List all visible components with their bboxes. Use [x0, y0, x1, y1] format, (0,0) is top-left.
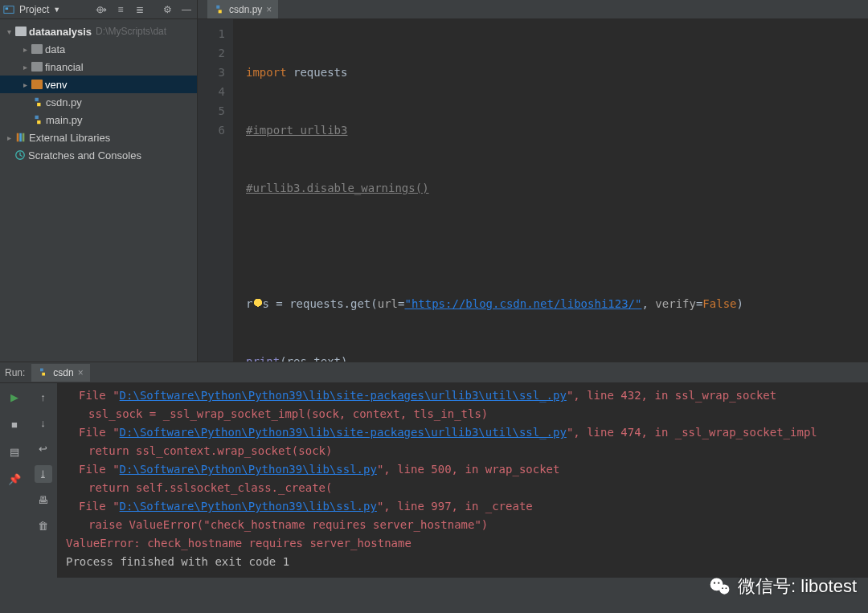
svg-point-9 [718, 582, 719, 583]
tree-item-data[interactable]: ▸ data [0, 40, 197, 58]
editor-area: csdn.py × 1 2 3 4 5 6 import requests #i… [198, 0, 868, 362]
tree-item-scratches[interactable]: Scratches and Consoles [0, 146, 197, 164]
line-number: 2 [198, 43, 225, 63]
project-tool-window: Project ▼ ⟴ ≡ ≣ ⚙ — ▾ dataanalysis D:\My… [0, 0, 198, 362]
svg-rect-1 [6, 7, 9, 10]
tree-item-venv[interactable]: ▸ venv [0, 76, 197, 93]
run-label: Run: [5, 367, 25, 378]
python-file-icon [32, 114, 43, 125]
editor-tabbar: csdn.py × [198, 0, 868, 19]
line-number: 6 [198, 121, 225, 140]
svg-point-11 [726, 587, 727, 589]
tree-item-financial[interactable]: ▸ financial [0, 58, 197, 76]
folder-icon [31, 62, 43, 72]
tab-label: csdn.py [229, 4, 262, 15]
run-tool-window: Run: csdn × ▶ ■ ▤ 📌 ↑ ↓ ↩ ⤓ 🖶 🗑 File "D:… [0, 362, 868, 578]
root-path: D:\MyScripts\dat [96, 26, 166, 37]
chevron-down-icon[interactable]: ▼ [53, 6, 60, 14]
code-body[interactable]: import requests #import urllib3 #urllib3… [233, 19, 868, 362]
root-name: dataanalysis [29, 26, 92, 38]
svg-point-10 [722, 587, 723, 589]
run-console[interactable]: File "D:\Software\Python\Python39\lib\si… [58, 383, 868, 578]
svg-point-7 [719, 584, 729, 594]
param: url [378, 294, 398, 313]
project-icon [3, 4, 14, 15]
watermark-label: 微信号: libotest [738, 574, 857, 599]
soft-wrap-icon[interactable]: ↩ [35, 439, 52, 457]
comment: #import urllib3 [246, 121, 347, 140]
locate-icon[interactable]: ⟴ [94, 2, 108, 17]
tree-label: csdn.py [46, 96, 82, 108]
scroll-end-icon[interactable]: ⤓ [35, 465, 52, 483]
url-string: "https://blog.csdn.net/liboshi123/" [404, 294, 641, 313]
stop-icon[interactable]: ■ [6, 415, 23, 433]
close-icon[interactable]: × [78, 367, 84, 378]
code-text: = [696, 294, 702, 313]
code-text: s = requests.get( [262, 294, 377, 313]
python-file-icon [214, 4, 225, 15]
chevron-right-icon[interactable]: ▸ [21, 63, 29, 72]
run-tab-label: csdn [53, 367, 73, 378]
code-text: , [641, 294, 655, 313]
run-nav-gutter: ↑ ↓ ↩ ⤓ 🖶 🗑 [29, 383, 58, 578]
tree-label: financial [45, 61, 84, 73]
code-editor[interactable]: 1 2 3 4 5 6 import requests #import urll… [198, 19, 868, 362]
line-number: 5 [198, 101, 225, 121]
kw-import: import [246, 63, 287, 82]
python-file-icon [32, 96, 43, 108]
chevron-right-icon[interactable]: ▸ [21, 45, 29, 54]
code-text: r [246, 294, 252, 313]
watermark: 微信号: libotest [709, 574, 857, 599]
code-text: ) [737, 294, 743, 313]
down-arrow-icon[interactable]: ↓ [35, 414, 52, 431]
code-text: = [398, 294, 404, 313]
line-number: 4 [198, 82, 225, 101]
tree-label: Scratches and Consoles [28, 149, 141, 161]
tree-item-csdn[interactable]: csdn.py [0, 93, 197, 111]
tree-item-main[interactable]: main.py [0, 111, 197, 129]
project-label[interactable]: Project [19, 4, 49, 15]
svg-point-8 [714, 582, 715, 583]
svg-rect-2 [17, 133, 19, 142]
kw-false: False [702, 294, 736, 313]
up-arrow-icon[interactable]: ↑ [35, 388, 52, 406]
param: verify [655, 294, 696, 313]
editor-tab-csdn[interactable]: csdn.py × [207, 0, 278, 18]
line-number: 3 [198, 63, 225, 82]
builtin-print: print [246, 352, 280, 362]
print-icon[interactable]: 🖶 [35, 491, 52, 509]
collapse-all-icon[interactable]: ≣ [133, 2, 147, 17]
layout-icon[interactable]: ▤ [6, 443, 23, 460]
run-tab-csdn[interactable]: csdn × [31, 364, 89, 382]
tree-label: main.py [46, 114, 83, 126]
chevron-down-icon[interactable]: ▾ [5, 27, 13, 36]
libraries-icon [15, 132, 27, 143]
line-gutter: 1 2 3 4 5 6 [198, 19, 233, 362]
chevron-right-icon[interactable]: ▸ [5, 133, 13, 142]
project-tree[interactable]: ▾ dataanalysis D:\MyScripts\dat ▸ data ▸… [0, 19, 197, 362]
pin-icon[interactable]: 📌 [6, 470, 23, 488]
comment: #urllib3.disable_warnings() [246, 178, 429, 198]
close-icon[interactable]: × [266, 4, 272, 15]
folder-icon [31, 80, 43, 89]
project-toolbar: Project ▼ ⟴ ≡ ≣ ⚙ — [0, 0, 197, 19]
scratches-icon [14, 149, 26, 161]
wechat-icon [709, 575, 731, 598]
hide-icon[interactable]: — [179, 2, 194, 17]
svg-rect-3 [19, 133, 22, 142]
run-header: Run: csdn × [0, 362, 868, 383]
svg-rect-4 [23, 133, 25, 142]
rerun-icon[interactable]: ▶ [6, 388, 23, 406]
run-exec-gutter: ▶ ■ ▤ 📌 [0, 383, 29, 578]
settings-icon[interactable]: ⚙ [160, 2, 174, 17]
trash-icon[interactable]: 🗑 [35, 517, 52, 534]
code-text: ) [341, 352, 347, 362]
line-number: 1 [198, 24, 225, 43]
expand-all-icon[interactable]: ≡ [113, 2, 128, 17]
tree-item-external[interactable]: ▸ External Libraries [0, 129, 197, 146]
code-text: (res.text [280, 352, 341, 362]
chevron-right-icon[interactable]: ▸ [21, 80, 29, 89]
tree-label: data [45, 43, 65, 55]
folder-icon [31, 44, 43, 54]
tree-root[interactable]: ▾ dataanalysis D:\MyScripts\dat [0, 22, 197, 40]
